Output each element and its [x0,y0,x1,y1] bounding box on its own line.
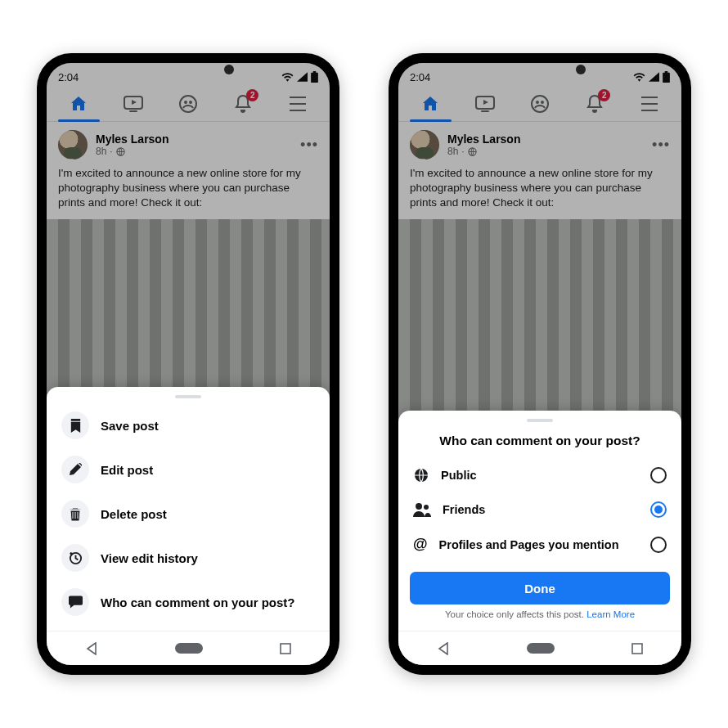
comment-icon [61,588,89,616]
android-nav [398,631,681,665]
menu-delete-post[interactable]: Delete post [47,492,330,536]
menu-who-can-comment[interactable]: Who can comment on your post? [47,580,330,624]
option-label: Profiles and Pages you mention [439,538,639,551]
mention-icon: @ [413,536,428,553]
menu-label: Save post [101,419,159,433]
nav-recent-icon[interactable] [280,643,291,654]
option-public[interactable]: Public [398,458,681,492]
radio-unselected[interactable] [650,467,667,483]
svg-rect-17 [632,644,642,654]
menu-label: Who can comment on your post? [101,595,295,609]
sheet-grab-handle[interactable] [527,419,553,422]
bookmark-icon [61,411,89,439]
menu-label: View edit history [101,551,198,565]
svg-point-15 [416,503,422,510]
learn-more-link[interactable]: Learn More [586,609,635,619]
option-mentions[interactable]: @ Profiles and Pages you mention [398,527,681,562]
friends-icon [413,502,431,517]
globe-icon [413,467,429,483]
svg-rect-7 [281,644,290,654]
screen: 2:04 2 [398,63,681,665]
trash-icon [61,500,89,528]
action-sheet: Save post Edit post Delete post View edi… [47,387,330,631]
footnote-text: Your choice only affects this post. [445,609,584,619]
radio-selected[interactable] [650,501,667,518]
sheet-footnote: Your choice only affects this post. Lear… [398,609,681,624]
nav-recent-icon[interactable] [631,643,643,654]
menu-edit-post[interactable]: Edit post [47,447,330,492]
option-label: Friends [443,503,639,516]
menu-label: Delete post [101,507,167,521]
history-icon [61,544,89,572]
phone-right: 2:04 2 [389,53,691,675]
option-label: Public [441,469,639,482]
android-nav [47,631,330,665]
menu-label: Edit post [101,463,153,477]
radio-unselected[interactable] [650,537,667,553]
phone-left: 2:04 2 [37,53,339,675]
menu-view-history[interactable]: View edit history [47,536,330,580]
nav-home-icon[interactable] [175,643,203,654]
svg-point-16 [424,505,429,510]
comment-audience-sheet: Who can comment on your post? Public Fri… [398,411,681,631]
pencil-icon [61,456,89,483]
screen: 2:04 2 [47,63,330,665]
option-friends[interactable]: Friends [398,492,681,527]
menu-save-post[interactable]: Save post [47,403,330,447]
done-button[interactable]: Done [410,572,670,604]
nav-home-icon[interactable] [527,643,555,654]
sheet-grab-handle[interactable] [175,395,201,398]
nav-back-icon[interactable] [437,642,450,655]
nav-back-icon[interactable] [85,642,98,655]
sheet-title: Who can comment on your post? [398,427,681,458]
